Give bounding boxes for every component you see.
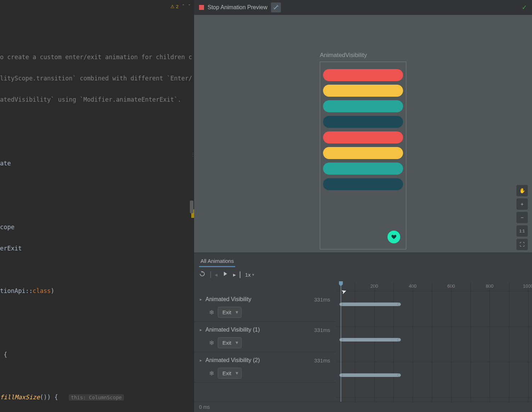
freeze-icon[interactable]: ❄ (209, 339, 214, 347)
timeline-tracks-list: ▸ Animated Visibility 331ms ❄ Exit ▸ Ani… (194, 282, 336, 402)
state-value: Exit (222, 340, 231, 346)
timeline-tabs: All Animations (194, 253, 532, 267)
timeline-item-header[interactable]: ▸ Animated Visibility (2) 331ms (200, 357, 330, 363)
zoom-out-button[interactable]: − (516, 212, 528, 223)
skip-start-button[interactable]: ▏◂ (210, 271, 217, 278)
warnings-badge[interactable]: ⚠ 2 (170, 4, 179, 9)
track-row (336, 327, 532, 362)
code-line (0, 115, 194, 126)
track-row (336, 362, 532, 397)
list-item (323, 147, 403, 159)
build-ok-icon: ✓ (522, 4, 527, 11)
stop-icon[interactable] (199, 5, 204, 10)
state-value: Exit (222, 370, 231, 376)
chevron-right-icon[interactable]: ▸ (200, 358, 202, 363)
code-line (0, 371, 194, 381)
code-editor-pane: ⚠ 2 ˄ ˅ o create a custom enter/exit ani… (0, 0, 194, 412)
prev-issue-icon[interactable]: ˄ (182, 4, 185, 9)
zoom-fit-button[interactable]: ⛶ (516, 239, 528, 250)
state-select[interactable]: Exit (218, 307, 242, 318)
one-to-one-icon: 1:1 (519, 229, 525, 233)
pane-splitter-icon[interactable]: ⋮ (191, 149, 194, 159)
list-item (323, 178, 403, 190)
hand-icon: ✋ (519, 188, 525, 193)
list-item (323, 163, 403, 175)
scrollbar-thumb[interactable] (190, 201, 193, 213)
timeline-item-header[interactable]: ▸ Animated Visibility 331ms (200, 296, 330, 303)
zoom-reset-button[interactable]: 1:1 (516, 225, 528, 237)
state-select[interactable]: Exit (218, 368, 242, 379)
state-select[interactable]: Exit (218, 337, 242, 348)
timeline-ruler[interactable]: 200 400 600 800 1000 (336, 282, 532, 291)
animation-bar[interactable] (341, 338, 400, 342)
zoom-in-button[interactable]: + (516, 198, 528, 210)
list-item (323, 116, 403, 128)
code-line: fillMaxSize()) { this: ColumnScope (0, 392, 194, 403)
speed-select[interactable]: 1x ▾ (245, 272, 254, 278)
play-icon (222, 271, 228, 277)
preview-pane: Stop Animation Preview ✓ AnimatedVisibil… (194, 0, 532, 412)
restart-button[interactable] (199, 271, 205, 278)
animation-bar[interactable] (341, 373, 400, 377)
animation-bar[interactable] (341, 303, 400, 306)
timeline-time-label: 0 ms (194, 402, 532, 412)
freeze-icon[interactable]: ❄ (209, 369, 214, 377)
timeline-track-area[interactable]: 200 400 600 800 1000 ➤ (336, 282, 532, 402)
chevron-down-icon: ▾ (252, 272, 254, 277)
fab-button[interactable] (387, 231, 400, 243)
freeze-icon[interactable]: ❄ (209, 309, 214, 316)
minus-icon: − (521, 215, 523, 220)
code-line: { (0, 349, 194, 360)
restart-icon (199, 271, 205, 277)
playhead[interactable]: ➤ (341, 282, 341, 402)
timeline-item-name: Animated Visibility (1) (205, 327, 311, 333)
code-line (0, 201, 194, 211)
timeline-item-duration: 331ms (314, 327, 330, 333)
tab-all-animations[interactable]: All Animations (199, 256, 235, 267)
list-item (323, 85, 403, 97)
timeline-item-name: Animated Visibility (205, 296, 311, 303)
plus-icon: + (521, 201, 523, 207)
skip-end-button[interactable]: ▸▕ (233, 271, 240, 278)
chevron-right-icon[interactable]: ▸ (200, 327, 202, 332)
timeline-item: ▸ Animated Visibility (2) 331ms ❄ Exit (194, 352, 336, 383)
code-area[interactable]: o create a custom enter/exit animation f… (0, 13, 194, 412)
timeline-item-header[interactable]: ▸ Animated Visibility (1) 331ms (200, 327, 330, 333)
code-line (0, 328, 194, 339)
inline-hint: this: ColumnScope (69, 394, 124, 401)
editor-scrollbar[interactable] (189, 13, 194, 412)
code-line (0, 264, 194, 275)
code-line: erExit (0, 243, 194, 254)
composable-label: AnimatedVisibility (320, 52, 367, 59)
fit-icon: ⛶ (520, 242, 525, 247)
chevron-right-icon[interactable]: ▸ (200, 297, 202, 302)
preview-canvas[interactable]: AnimatedVisibility ✋ + − 1:1 ⛶ (194, 15, 532, 253)
warning-count: 2 (176, 4, 179, 9)
timeline-item: ▸ Animated Visibility (1) 331ms ❄ Exit (194, 322, 336, 352)
code-line: ate (0, 158, 194, 169)
next-issue-icon[interactable]: ˅ (188, 4, 191, 9)
list-item (323, 131, 403, 143)
code-line: atedVisibility` using `Modifier.animateE… (0, 94, 194, 105)
interactive-mode-button[interactable] (271, 2, 281, 12)
device-frame (320, 62, 406, 249)
preview-topbar: Stop Animation Preview ✓ (194, 0, 532, 15)
list-item (323, 69, 403, 81)
timeline-item-duration: 331ms (314, 297, 330, 303)
code-line (0, 307, 194, 317)
warning-icon: ⚠ (170, 4, 175, 9)
preview-title[interactable]: Stop Animation Preview (208, 4, 267, 11)
code-line: tionApi::class) (0, 286, 194, 296)
view-controls: ✋ + − 1:1 ⛶ (516, 185, 528, 250)
timeline-controls: ▏◂ ▸▕ 1x ▾ (194, 267, 532, 282)
play-button[interactable] (222, 271, 228, 278)
timeline-panel: All Animations ▏◂ ▸▕ 1x ▾ ▸ Anim (194, 253, 532, 412)
ruler-tick: 1000 (523, 283, 532, 289)
wand-icon (273, 5, 279, 10)
code-line: cope (0, 222, 194, 232)
timeline-item: ▸ Animated Visibility 331ms ❄ Exit (194, 291, 336, 322)
code-line: lityScope.transition` combined with diff… (0, 73, 194, 84)
timeline-item-name: Animated Visibility (2) (205, 357, 311, 363)
pan-button[interactable]: ✋ (516, 185, 528, 196)
code-line: o create a custom enter/exit animation f… (0, 52, 194, 62)
